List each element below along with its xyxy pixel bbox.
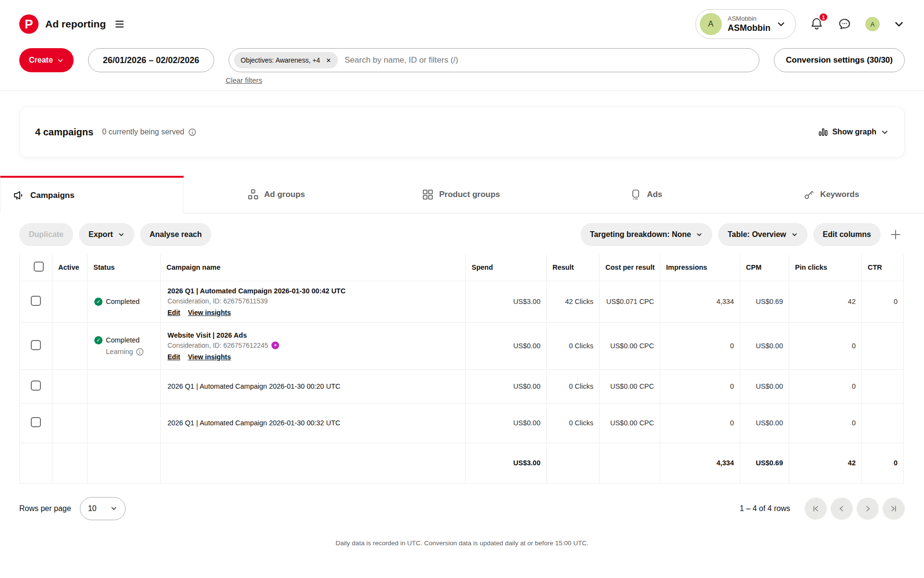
analyse-reach-button[interactable]: Analyse reach [140, 223, 212, 246]
campaign-name[interactable]: 2026 Q1 | Automated Campaign 2026-01-30 … [167, 287, 459, 295]
result-cell: 0 Clicks [547, 369, 600, 403]
select-all-checkbox[interactable] [34, 262, 44, 272]
show-graph-label: Show graph [832, 128, 876, 136]
completed-check-icon: ✓ [94, 298, 103, 306]
campaign-name[interactable]: 2026 Q1 | Automated Campaign 2026-01-30 … [167, 382, 459, 390]
column-header-ctr[interactable]: CTR [862, 254, 904, 281]
column-header-cpm[interactable]: CPM [740, 254, 789, 281]
info-icon[interactable] [136, 348, 144, 356]
chevron-down-icon[interactable] [893, 18, 905, 30]
active-cell [52, 322, 88, 369]
status-cell [88, 403, 161, 443]
edit-link[interactable]: Edit [167, 309, 180, 316]
result-cell: 0 Clicks [547, 403, 600, 443]
export-label: Export [89, 230, 113, 239]
info-icon[interactable] [188, 128, 196, 136]
result-cell: 42 Clicks [547, 281, 600, 322]
column-header-active[interactable]: Active [52, 254, 88, 281]
column-header-status[interactable]: Status [88, 254, 161, 281]
column-header-pin-clicks[interactable]: Pin clicks [789, 254, 862, 281]
hamburger-menu-icon[interactable] [116, 21, 124, 27]
total-pin-clicks: 42 [789, 443, 862, 483]
account-names: ASMobbin ASMobbin [728, 15, 770, 34]
edit-columns-button[interactable]: Edit columns [813, 223, 881, 246]
table-view-dropdown[interactable]: Table: Overview [718, 223, 808, 246]
tab-label: Ads [647, 190, 662, 199]
notifications-button[interactable]: 1 [809, 17, 824, 31]
pin-clicks-cell: 0 [789, 369, 862, 403]
previous-page-button[interactable] [831, 498, 853, 520]
campaign-name[interactable]: Website Visit | 2026 Ads [167, 331, 459, 339]
ctr-cell [862, 322, 904, 369]
tab-label: Keywords [820, 190, 859, 199]
last-page-button[interactable] [883, 498, 905, 520]
pin-clicks-cell: 0 [789, 403, 862, 443]
account-name: ASMobbin [728, 23, 770, 34]
ctr-cell [862, 369, 904, 403]
create-button[interactable]: Create [19, 48, 74, 72]
view-insights-link[interactable]: View insights [188, 353, 231, 361]
view-insights-link[interactable]: View insights [188, 309, 231, 316]
tab-label: Ad groups [264, 190, 305, 199]
table-row: ✓Completed 2026 Q1 | Automated Campaign … [20, 281, 904, 322]
clear-filters-link[interactable]: Clear filters [226, 76, 262, 84]
pin-clicks-cell: 42 [789, 281, 862, 322]
duplicate-button[interactable]: Duplicate [19, 223, 73, 246]
tab-ad-groups[interactable]: Ad groups [184, 176, 369, 213]
result-cell: 0 Clicks [547, 322, 600, 369]
messages-button[interactable] [837, 17, 852, 31]
column-header-cost-per-result[interactable]: Cost per result [600, 254, 660, 281]
row-checkbox[interactable] [31, 340, 41, 350]
spend-cell: US$0.00 [466, 369, 547, 403]
edit-link[interactable]: Edit [167, 353, 180, 361]
date-range-picker[interactable]: 26/01/2026 – 02/02/2026 [88, 48, 214, 72]
table-view-label: Table: Overview [728, 230, 786, 239]
account-avatar: A [700, 13, 722, 35]
row-checkbox[interactable] [31, 417, 41, 427]
campaign-subtitle: Consideration, ID: 626757611539 [167, 297, 459, 305]
row-checkbox[interactable] [31, 296, 41, 306]
tab-keywords[interactable]: Keywords [739, 176, 924, 213]
targeting-breakdown-dropdown[interactable]: Targeting breakdown: None [580, 223, 712, 246]
status-label: Completed [106, 298, 140, 305]
filter-chip[interactable]: Objectives: Awareness, +4 ✕ [234, 52, 338, 68]
total-ctr: 0 [862, 443, 904, 483]
brand: P Ad reporting [19, 14, 124, 34]
campaign-summary-card: 4 campaigns 0 currently being served Sho… [19, 106, 905, 158]
campaigns-table: Active Status Campaign name Spend Result… [19, 254, 905, 484]
learning-label: Learning [106, 348, 133, 355]
total-cpm: US$0.69 [740, 443, 789, 483]
cpm-cell: US$0.00 [740, 403, 789, 443]
column-header-result[interactable]: Result [547, 254, 600, 281]
close-icon[interactable]: ✕ [326, 57, 331, 64]
column-header-impressions[interactable]: Impressions [660, 254, 740, 281]
user-avatar[interactable]: A [865, 17, 880, 31]
export-button[interactable]: Export [79, 223, 134, 246]
search-input[interactable] [345, 55, 754, 65]
next-page-button[interactable] [857, 498, 879, 520]
rows-per-page-value: 10 [88, 504, 97, 513]
show-graph-toggle[interactable]: Show graph [819, 128, 889, 137]
tab-product-groups[interactable]: Product groups [369, 176, 554, 213]
add-button[interactable] [886, 226, 905, 243]
row-checkbox[interactable] [31, 381, 41, 391]
first-page-button[interactable] [805, 498, 827, 520]
keywords-icon [804, 189, 814, 200]
conversion-settings-button[interactable]: Conversion settings (30/30) [774, 48, 905, 72]
tab-ads[interactable]: Ads [554, 176, 739, 213]
account-switcher[interactable]: A ASMobbin ASMobbin [695, 9, 796, 39]
table-row: 2026 Q1 | Automated Campaign 2026-01-30 … [20, 369, 904, 403]
column-header-spend[interactable]: Spend [466, 254, 547, 281]
impressions-cell: 0 [660, 369, 740, 403]
rows-per-page-select[interactable]: 10 [80, 497, 126, 520]
pin-clicks-cell: 0 [789, 322, 862, 369]
column-header-campaign-name[interactable]: Campaign name [161, 254, 466, 281]
campaign-name[interactable]: 2026 Q1 | Automated Campaign 2026-01-30 … [167, 419, 459, 427]
chevron-down-icon [118, 231, 125, 238]
active-cell [52, 281, 88, 322]
pinterest-logo-icon[interactable]: P [19, 14, 38, 34]
tab-campaigns[interactable]: Campaigns [0, 176, 184, 213]
total-impressions: 4,334 [660, 443, 740, 483]
table-row: ✓Completed Learning Website Visit | 2026… [20, 322, 904, 369]
search-bar[interactable]: Objectives: Awareness, +4 ✕ [229, 48, 759, 72]
